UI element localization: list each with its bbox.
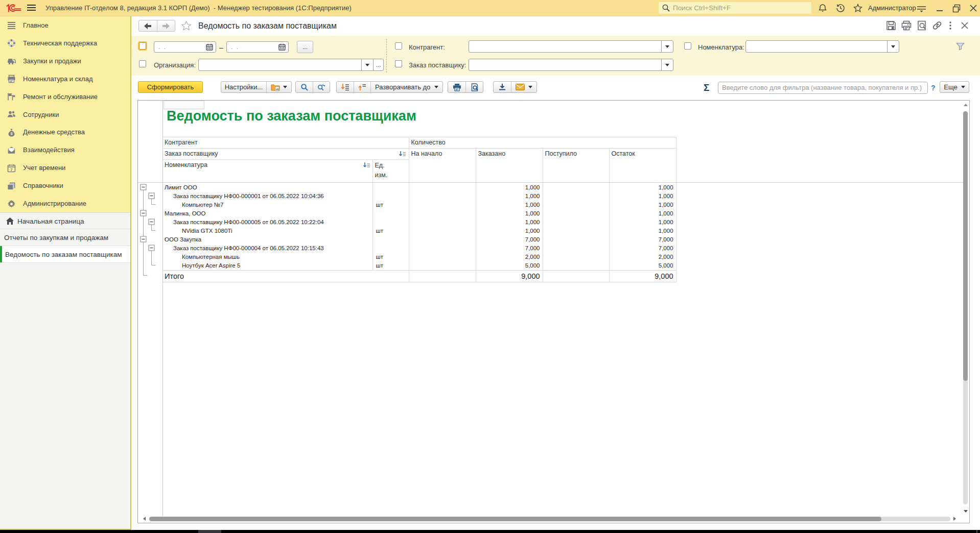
- report-row[interactable]: Ноутбук Acer Aspire 5шт5,0005,000: [162, 261, 676, 271]
- taskbar-item[interactable]: [198, 530, 221, 533]
- organization-input[interactable]: ...: [198, 59, 384, 71]
- sidebar-item[interactable]: Взаимодействия: [0, 141, 131, 159]
- report-row[interactable]: NVidia GTX 1080Tiшт1,0001,000: [162, 227, 676, 235]
- collapse-groups-button[interactable]: [354, 82, 370, 92]
- organization-select-button[interactable]: ...: [373, 59, 383, 70]
- forward-button[interactable]: [157, 20, 175, 31]
- report-row[interactable]: Заказ поставщику НФ00-000004 от 06.05.20…: [162, 244, 676, 253]
- close-window-button[interactable]: [968, 3, 978, 13]
- restore-button[interactable]: [951, 3, 962, 13]
- total-on-start: [409, 270, 476, 282]
- sidebar-item[interactable]: Закупки и продажи: [0, 52, 131, 70]
- column-header-unit[interactable]: Ед. изм.: [372, 160, 409, 183]
- sidebar-item[interactable]: 7Учет времени: [0, 159, 131, 177]
- print-report-button[interactable]: [448, 82, 465, 92]
- more-actions-icon[interactable]: [947, 20, 954, 31]
- favorites-star-icon[interactable]: [853, 4, 862, 13]
- column-header-quantity[interactable]: Количество: [409, 137, 676, 149]
- row-ordered: 7,000: [476, 235, 543, 244]
- quick-filter-input[interactable]: Введите слово для фильтра (название това…: [718, 82, 928, 94]
- get-link-icon[interactable]: [931, 20, 943, 31]
- supplier-order-checkbox[interactable]: [395, 60, 402, 67]
- column-header-on-start[interactable]: На начало: [409, 149, 476, 183]
- minimize-button[interactable]: [935, 3, 945, 13]
- column-header-counterparty[interactable]: Контрагент: [162, 137, 409, 149]
- sidebar-item[interactable]: Справочники: [0, 177, 131, 195]
- sidebar-footer-item[interactable]: Ведомость по заказам поставщикам: [0, 246, 131, 263]
- calendar-icon[interactable]: [278, 43, 286, 51]
- report-row[interactable]: ООО Закупка7,0007,000: [162, 235, 676, 244]
- global-search-input[interactable]: Поиск Ctrl+Shift+F: [658, 2, 812, 14]
- add-to-favorites-star-icon[interactable]: [181, 20, 192, 31]
- search-button-group: [295, 81, 330, 93]
- find-button[interactable]: [296, 82, 313, 92]
- period-to-input[interactable]: . .: [226, 41, 289, 53]
- nomenclature-dropdown-button[interactable]: [887, 41, 899, 52]
- save-result-button[interactable]: [494, 82, 511, 92]
- back-button[interactable]: [139, 20, 157, 31]
- column-header-nomenclature[interactable]: Номенклатура: [162, 160, 372, 183]
- sidebar-item[interactable]: Администрирование: [0, 195, 131, 212]
- counterparty-checkbox[interactable]: [395, 42, 402, 50]
- sidebar-item[interactable]: Техническая поддержка: [0, 34, 131, 52]
- sidebar-footer-item[interactable]: Отчеты по закупкам и продажам: [0, 229, 131, 246]
- sidebar-item[interactable]: Ремонт и обслуживание: [0, 88, 131, 106]
- period-checkbox[interactable]: [139, 42, 146, 50]
- sidebar-footer-item[interactable]: Начальная страница: [0, 212, 131, 229]
- autosum-sigma[interactable]: Σ: [704, 76, 709, 100]
- report-row[interactable]: Лимит ООО1,0001,000: [162, 183, 676, 192]
- report-row[interactable]: Компьютерная мышьшт2,0002,000: [162, 253, 676, 261]
- nomenclature-checkbox[interactable]: [684, 42, 691, 50]
- period-more-button[interactable]: ...: [297, 41, 313, 53]
- hscroll-thumb[interactable]: [149, 517, 881, 521]
- expand-groups-button[interactable]: [337, 82, 354, 92]
- vscroll-thumb[interactable]: [963, 111, 968, 381]
- sidebar-item[interactable]: Сотрудники: [0, 106, 131, 124]
- close-form-icon[interactable]: [959, 20, 970, 31]
- column-header-supplier-order[interactable]: Заказ поставщику: [162, 149, 409, 160]
- report-row[interactable]: Заказ поставщику НФ00-000005 от 06.05.20…: [162, 218, 676, 227]
- main-menu-icon[interactable]: [27, 5, 36, 11]
- generate-button[interactable]: Сформировать: [138, 81, 203, 93]
- sidebar-item[interactable]: $Денежные средства: [0, 123, 131, 141]
- nomenclature-input[interactable]: [745, 40, 899, 53]
- cancel-search-button[interactable]: [313, 82, 330, 92]
- organization-checkbox[interactable]: [139, 60, 146, 67]
- vscroll-up-arrow[interactable]: [964, 104, 968, 106]
- send-email-button[interactable]: [511, 82, 536, 92]
- sidebar-item[interactable]: Главное: [0, 16, 131, 34]
- hscroll-right-arrow[interactable]: [953, 517, 956, 521]
- notifications-bell-icon[interactable]: [818, 4, 827, 13]
- vscroll-down-arrow[interactable]: [964, 510, 968, 513]
- help-button[interactable]: ?: [931, 76, 936, 100]
- history-icon[interactable]: [836, 4, 845, 13]
- period-from-input[interactable]: . .: [154, 41, 216, 53]
- expand-to-button[interactable]: Разворачивать до: [370, 82, 442, 92]
- filter-funnel-icon[interactable]: [956, 42, 965, 51]
- more-button[interactable]: Еще: [940, 81, 969, 93]
- calendar-icon[interactable]: [206, 43, 213, 51]
- report-row[interactable]: Малинка, ООО1,0001,000: [162, 209, 676, 218]
- settings-button[interactable]: Настройки...: [221, 82, 266, 92]
- report-variants-button[interactable]: [266, 82, 291, 92]
- sidebar-item[interactable]: Номенклатура и склад: [0, 70, 131, 88]
- print-icon[interactable]: [901, 20, 912, 31]
- user-menu-icon[interactable]: [917, 4, 926, 13]
- column-header-received[interactable]: Поступило: [543, 149, 609, 183]
- counterparty-input[interactable]: [469, 40, 673, 53]
- report-total-row[interactable]: Итого9,0009,000: [162, 270, 676, 282]
- column-header-ordered[interactable]: Заказано: [476, 149, 543, 183]
- supplier-order-input[interactable]: [469, 59, 673, 71]
- supplier-order-dropdown-button[interactable]: [661, 59, 673, 70]
- hscroll-left-arrow[interactable]: [143, 517, 146, 521]
- column-header-rest[interactable]: Остаток: [609, 149, 676, 183]
- organization-dropdown-button[interactable]: [361, 59, 373, 70]
- report-row[interactable]: Заказ поставщику НФ00-000001 от 06.05.20…: [162, 192, 676, 201]
- print-preview-icon[interactable]: [916, 20, 927, 31]
- mail-icon: [7, 146, 16, 155]
- report-row[interactable]: Компьютер №7шт1,0001,000: [162, 201, 676, 209]
- counterparty-dropdown-button[interactable]: [661, 41, 673, 52]
- current-user[interactable]: Администратор: [868, 0, 916, 16]
- save-icon[interactable]: [885, 20, 897, 31]
- print-preview-button[interactable]: [465, 82, 483, 92]
